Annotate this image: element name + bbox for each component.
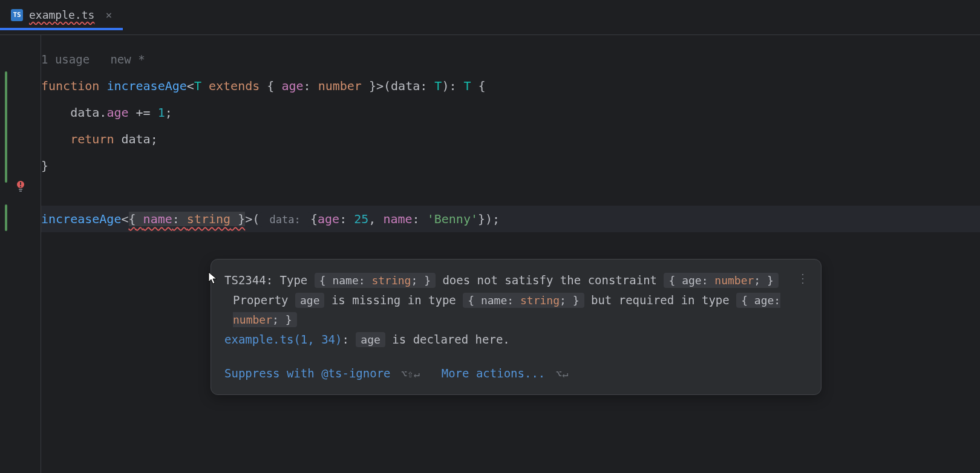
gutter — [0, 35, 41, 473]
editor: 1 usage new * function increaseAge<T ext… — [0, 35, 980, 473]
tab-filename: example.ts — [29, 8, 94, 21]
parameter-hint: data: — [260, 212, 310, 227]
tooltip-location: example.ts(1, 34): age is declared here. — [224, 330, 808, 350]
svg-rect-2 — [20, 186, 21, 188]
tooltip-message: TS2344: Type { name: string; } does not … — [224, 270, 808, 290]
vcs-change-marker[interactable] — [5, 204, 7, 231]
code-line[interactable]: return data; — [41, 126, 980, 152]
file-tab[interactable]: TS example.ts × — [0, 0, 123, 30]
code-line[interactable]: } — [41, 152, 980, 179]
tooltip-actions: Suppress with @ts-ignore ⌥⇧↵ More action… — [224, 364, 808, 383]
tab-bar: TS example.ts × — [0, 0, 980, 35]
code-line[interactable]: increaseAge<{ name: string }>( data: {ag… — [41, 206, 980, 232]
svg-rect-3 — [19, 189, 22, 190]
code-line[interactable] — [41, 179, 980, 206]
svg-rect-1 — [20, 182, 21, 185]
error-bulb-icon[interactable] — [16, 180, 25, 192]
vcs-change-marker[interactable] — [5, 71, 7, 183]
more-icon[interactable]: ⋮ — [797, 268, 810, 289]
shortcut-hint: ⌥↵ — [556, 368, 568, 380]
inlay-hints: 1 usage new * — [41, 46, 980, 73]
close-icon[interactable]: × — [105, 8, 112, 21]
error-tooltip: ⋮ TS2344: Type { name: string; } does no… — [211, 259, 822, 395]
source-link[interactable]: example.ts(1, 34) — [224, 333, 342, 346]
shortcut-hint: ⌥⇧↵ — [401, 368, 420, 380]
svg-rect-4 — [19, 191, 22, 192]
more-actions[interactable]: More actions... — [442, 367, 546, 380]
code-line[interactable]: data.age += 1; — [41, 99, 980, 126]
code-line[interactable]: function increaseAge<T extends { age: nu… — [41, 73, 980, 99]
code-area[interactable]: 1 usage new * function increaseAge<T ext… — [41, 35, 980, 473]
typescript-file-icon: TS — [11, 9, 23, 21]
suppress-action[interactable]: Suppress with @ts-ignore — [224, 367, 391, 380]
tooltip-message: Property age is missing in type { name: … — [224, 290, 808, 330]
